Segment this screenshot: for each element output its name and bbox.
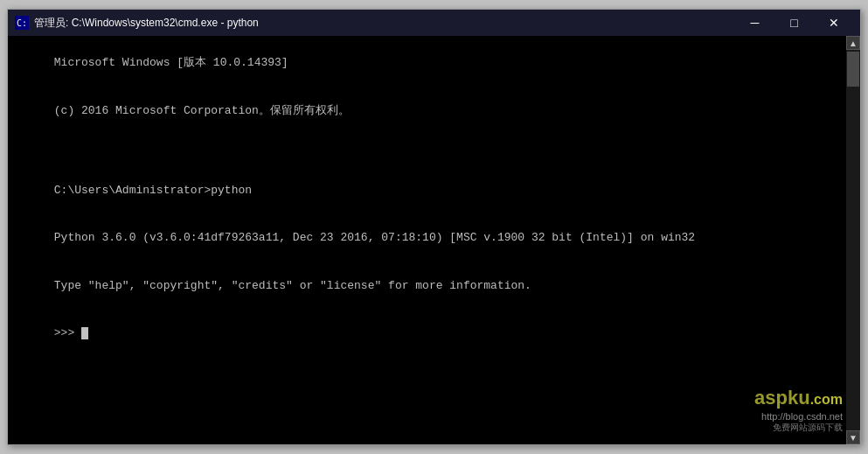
watermark-brand-text: aspku [754, 387, 810, 409]
cursor [81, 327, 88, 339]
close-button[interactable]: ✕ [814, 10, 853, 36]
scrollbar[interactable]: ▲ ▼ [846, 36, 860, 444]
scrollbar-thumb[interactable] [847, 52, 859, 87]
line-4: C:\Users\Administrator>python [54, 184, 252, 197]
terminal-body[interactable]: Microsoft Windows [版本 10.0.14393] (c) 20… [8, 36, 860, 444]
line-2: (c) 2016 Microsoft Corporation。保留所有权利。 [54, 104, 350, 117]
window-title: 管理员: C:\Windows\system32\cmd.exe - pytho… [34, 16, 259, 31]
minimize-button[interactable]: ─ [735, 10, 774, 36]
scroll-down-button[interactable]: ▼ [846, 430, 860, 444]
title-bar-left: C: 管理员: C:\Windows\system32\cmd.exe - py… [15, 16, 259, 31]
window-controls: ─ □ ✕ [735, 10, 853, 36]
line-6: Type "help", "copyright", "credits" or "… [54, 279, 531, 292]
watermark-brand: aspku.com [754, 387, 843, 409]
title-bar: C: 管理员: C:\Windows\system32\cmd.exe - py… [8, 10, 860, 36]
line-5: Python 3.6.0 (v3.6.0:41df79263a11, Dec 2… [54, 231, 695, 244]
watermark-url: http://blog.csdn.net [754, 411, 843, 422]
svg-text:C:: C: [17, 18, 27, 28]
cmd-window: C: 管理员: C:\Windows\system32\cmd.exe - py… [7, 9, 861, 445]
watermark: aspku.com http://blog.csdn.net 免费网站源码下载 [754, 387, 843, 434]
cmd-icon: C: [15, 16, 29, 30]
maximize-button[interactable]: □ [774, 10, 814, 36]
line-7: >>> [54, 326, 81, 339]
line-1: Microsoft Windows [版本 10.0.14393] [54, 56, 288, 69]
watermark-brand-suffix: .com [810, 392, 843, 407]
watermark-tagline: 免费网站源码下载 [754, 422, 843, 434]
scroll-up-button[interactable]: ▲ [846, 36, 860, 50]
terminal-output: Microsoft Windows [版本 10.0.14393] (c) 20… [13, 39, 855, 358]
scrollbar-track [846, 50, 860, 430]
